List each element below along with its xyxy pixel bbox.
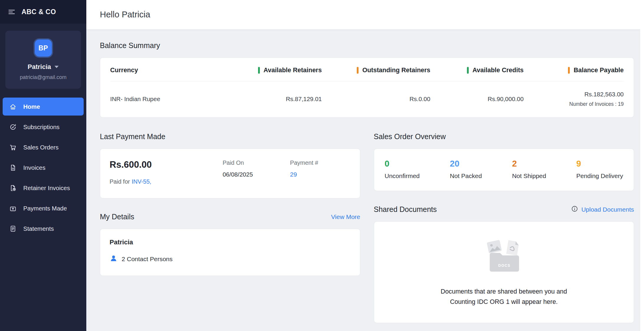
scrollbar-track[interactable]	[640, 0, 644, 331]
pending-delivery-label: Pending Delivery	[576, 172, 623, 180]
person-icon	[110, 254, 118, 264]
contact-persons-row: 2 Contact Persons	[110, 254, 351, 264]
subscriptions-icon	[9, 123, 17, 131]
not-packed-count: 20	[450, 159, 482, 169]
payment-icon	[9, 205, 17, 212]
sidebar-item-payments-made[interactable]: Payments Made	[3, 199, 84, 217]
sales-order-title-row: Sales Order Overview	[374, 132, 634, 141]
last-payment-title-row: Last Payment Made	[100, 132, 360, 141]
so-pending-delivery: 9 Pending Delivery	[576, 159, 623, 180]
balance-payable-cell: Rs.182,563.00 Number of Invoices : 19	[532, 91, 624, 107]
sidebar-item-label: Home	[23, 103, 40, 110]
dashboard-columns: Last Payment Made Rs.600.00 Paid forINV-…	[100, 132, 634, 323]
profile-menu-toggle[interactable]: Patricia	[11, 63, 76, 71]
column-header-outstanding-retainers: Outstanding Retainers	[331, 67, 430, 74]
statement-icon	[9, 225, 17, 233]
column-header-currency: Currency	[110, 67, 224, 74]
right-column: Sales Order Overview 0 Unconfirmed 20 No…	[374, 132, 634, 323]
available-credits-value: Rs.90,000.00	[439, 91, 524, 107]
retainer-invoice-icon	[9, 184, 17, 192]
shared-documents-empty-text: Documents that are shared between you an…	[441, 286, 567, 307]
invoice-link[interactable]: INV-55,	[132, 178, 151, 185]
sidebar: ABC & CO BP Patricia patricia@gmail.com …	[0, 0, 86, 331]
paid-on-label: Paid On	[223, 159, 283, 166]
profile-email: patricia@gmail.com	[11, 74, 76, 80]
docs-folder-label: DOCS	[498, 263, 511, 267]
profile-card: BP Patricia patricia@gmail.com	[5, 31, 81, 89]
not-shipped-label: Not Shipped	[512, 172, 546, 180]
documents-illustration: DOCS	[480, 237, 527, 275]
available-retainers-value: Rs.87,129.01	[233, 91, 322, 107]
paid-on-value: 06/08/2025	[223, 171, 283, 178]
left-column: Last Payment Made Rs.600.00 Paid forINV-…	[100, 132, 360, 276]
sidebar-header: ABC & CO	[0, 0, 86, 24]
balance-summary-value-row: INR- Indian Rupee Rs.87,129.01 Rs.0.00 R…	[110, 81, 624, 107]
outstanding-retainers-value: Rs.0.00	[331, 91, 430, 107]
paid-on-block: Paid On 06/08/2025	[223, 159, 283, 185]
payment-number-label: Payment #	[290, 159, 351, 166]
shared-documents-title: Shared Documents	[374, 205, 437, 214]
currency-value: INR- Indian Rupee	[110, 91, 224, 107]
sidebar-item-invoices[interactable]: Invoices	[3, 159, 84, 177]
shared-documents-card: DOCS Documents that are shared between y…	[374, 221, 634, 323]
topbar: Hello Patricia	[86, 0, 644, 29]
balance-summary-header-row: Currency Available Retainers Outstanding…	[110, 67, 624, 81]
home-icon	[9, 103, 17, 111]
payment-number-link[interactable]: 29	[290, 171, 297, 178]
sales-order-overview-card: 0 Unconfirmed 20 Not Packed 2 Not Shippe…	[374, 149, 634, 191]
page-greeting: Hello Patricia	[100, 10, 150, 19]
orange-bar-icon	[568, 67, 570, 74]
green-bar-icon	[467, 67, 469, 74]
sidebar-item-subscriptions[interactable]: Subscriptions	[3, 118, 84, 136]
not-shipped-count: 2	[512, 159, 546, 169]
sales-order-overview-title: Sales Order Overview	[374, 132, 446, 141]
balance-summary-title: Balance Summary	[100, 41, 634, 50]
sidebar-item-label: Retainer Invoices	[23, 185, 70, 192]
invoices-count-note: Number of Invoices : 19	[569, 101, 624, 107]
payment-number-block: Payment # 29	[290, 159, 351, 185]
upload-documents-action[interactable]: Upload Documents	[571, 205, 634, 214]
chevron-down-icon	[55, 66, 59, 68]
paid-for-row: Paid forINV-55,	[110, 178, 216, 185]
orange-bar-icon	[357, 67, 359, 74]
unconfirmed-label: Unconfirmed	[385, 172, 420, 180]
so-not-shipped: 2 Not Shipped	[512, 159, 546, 180]
main-area: Hello Patricia Balance Summary Currency …	[86, 0, 644, 331]
paid-for-label: Paid for	[110, 178, 130, 185]
balance-summary-card: Currency Available Retainers Outstanding…	[100, 57, 634, 118]
last-payment-amount-block: Rs.600.00 Paid forINV-55,	[110, 159, 216, 185]
menu-icon[interactable]	[8, 8, 16, 16]
info-icon	[571, 205, 578, 214]
invoice-icon	[9, 164, 17, 172]
sidebar-item-home[interactable]: Home	[3, 98, 84, 116]
cart-icon	[9, 144, 17, 151]
sidebar-item-label: Payments Made	[23, 205, 67, 212]
last-payment-amount: Rs.600.00	[110, 159, 216, 170]
my-details-title-row: My Details View More	[100, 213, 360, 221]
brand-name: ABC & CO	[22, 8, 56, 16]
sidebar-nav: Home Subscriptions Sales Orders	[0, 98, 86, 238]
sidebar-item-retainer-invoices[interactable]: Retainer Invoices	[3, 179, 84, 197]
my-details-card: Patricia 2 Contact Persons	[100, 229, 360, 276]
column-header-balance-payable: Balance Payable	[532, 67, 624, 74]
last-payment-card: Rs.600.00 Paid forINV-55, Paid On 06/08/…	[100, 149, 360, 198]
view-more-link[interactable]: View More	[331, 213, 360, 220]
unconfirmed-count: 0	[385, 159, 420, 169]
app-root: ABC & CO BP Patricia patricia@gmail.com …	[0, 0, 644, 331]
customer-name: Patricia	[110, 238, 351, 246]
sidebar-item-label: Statements	[23, 225, 54, 232]
my-details-title: My Details	[100, 213, 134, 221]
shared-documents-title-row: Shared Documents Upload Documents	[374, 205, 634, 214]
column-header-available-credits: Available Credits	[439, 67, 524, 74]
so-not-packed: 20 Not Packed	[450, 159, 482, 180]
not-packed-label: Not Packed	[450, 172, 482, 180]
sidebar-item-sales-orders[interactable]: Sales Orders	[3, 138, 84, 156]
profile-name: Patricia	[28, 63, 51, 71]
upload-documents-link[interactable]: Upload Documents	[581, 206, 634, 213]
balance-payable-value: Rs.182,563.00	[584, 91, 624, 98]
last-payment-title: Last Payment Made	[100, 132, 165, 141]
sidebar-item-statements[interactable]: Statements	[3, 220, 84, 238]
so-unconfirmed: 0 Unconfirmed	[385, 159, 420, 180]
sidebar-item-label: Invoices	[23, 164, 45, 171]
sidebar-item-label: Subscriptions	[23, 123, 60, 131]
